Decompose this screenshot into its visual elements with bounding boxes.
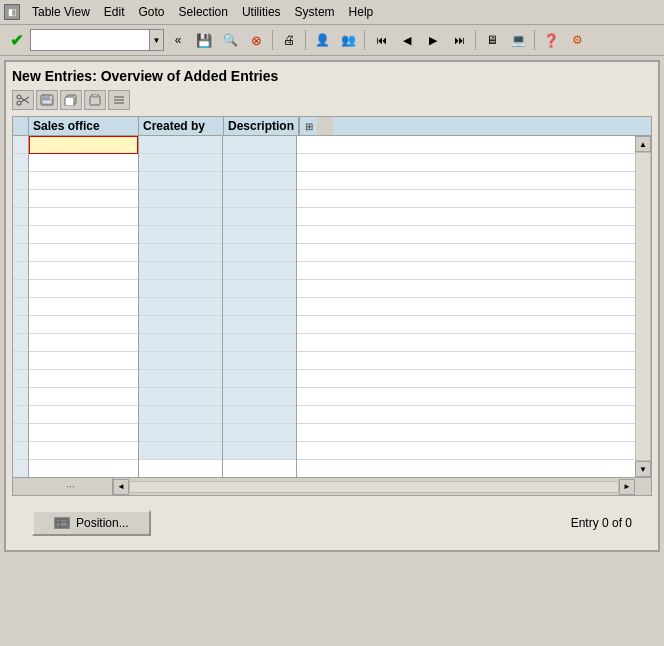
hscroll-left-btn[interactable]: ◄ <box>113 479 129 495</box>
nav-input[interactable] <box>30 29 150 51</box>
cell-desc-14 <box>223 388 296 406</box>
cell-desc-7 <box>223 262 296 280</box>
cell-filler-1 <box>297 154 635 172</box>
menu-utilities[interactable]: Utilities <box>236 3 287 21</box>
data-table: Sales office Created by Description ⊞ <box>12 116 652 496</box>
vscroll-track[interactable] <box>635 152 651 461</box>
hscroll-area[interactable]: ◄ ► <box>113 478 635 496</box>
edit-toolbar <box>12 90 652 110</box>
cell-sales-13 <box>29 370 138 388</box>
row-num-17 <box>13 442 28 460</box>
menu-system[interactable]: System <box>289 3 341 21</box>
save-icon: 💾 <box>196 33 212 48</box>
menu-goto[interactable]: Goto <box>133 3 171 21</box>
cell-created-10 <box>139 316 222 334</box>
sep5 <box>534 30 535 50</box>
cell-sales-12 <box>29 352 138 370</box>
position-label: Position... <box>76 516 129 530</box>
col-settings-icon: ⊞ <box>305 121 313 132</box>
cell-created-14 <box>139 388 222 406</box>
save-small-icon <box>40 94 54 106</box>
edit-btn-1[interactable] <box>12 90 34 110</box>
svg-rect-5 <box>43 95 49 99</box>
toolbar: ✔ ▼ « 💾 🔍 ⊗ 🖨 👤 👥 ⏮ ◀ ▶ ⏭ <box>0 25 664 56</box>
user2-icon: 👥 <box>341 33 356 47</box>
vscroll-down-btn[interactable]: ▼ <box>635 461 651 477</box>
cell-created-8 <box>139 280 222 298</box>
main-content: New Entries: Overview of Added Entries <box>4 60 660 552</box>
row-num-5 <box>13 226 28 244</box>
cell-sales-8 <box>29 280 138 298</box>
monitor2-button[interactable]: 💻 <box>506 28 530 52</box>
cell-sales-6 <box>29 244 138 262</box>
cell-filler-14 <box>297 388 635 406</box>
find-button[interactable]: 🔍 <box>218 28 242 52</box>
user2-button[interactable]: 👥 <box>336 28 360 52</box>
cell-sales-1 <box>29 154 138 172</box>
col-header-desc: Description <box>224 117 299 135</box>
edit-btn-4[interactable] <box>84 90 106 110</box>
menu-selection[interactable]: Selection <box>173 3 234 21</box>
col-description <box>223 136 297 477</box>
dots-icon[interactable]: ··· <box>66 481 74 492</box>
menubar: ◧ Table View Edit Goto Selection Utiliti… <box>0 0 664 25</box>
user1-button[interactable]: 👤 <box>310 28 334 52</box>
check-button[interactable]: ✔ <box>4 28 28 52</box>
hscroll-right-btn[interactable]: ► <box>619 479 635 495</box>
cancel-button[interactable]: ⊗ <box>244 28 268 52</box>
settings-icon: ⚙ <box>572 33 583 47</box>
edit-btn-5[interactable] <box>108 90 130 110</box>
svg-rect-8 <box>65 97 74 106</box>
nav-next-button[interactable]: ▶ <box>421 28 445 52</box>
cell-desc-11 <box>223 334 296 352</box>
row-num-9 <box>13 298 28 316</box>
row-num-16 <box>13 424 28 442</box>
vscrollbar[interactable]: ▲ ▼ <box>635 136 651 477</box>
paste-icon <box>88 94 102 106</box>
print-button[interactable]: 🖨 <box>277 28 301 52</box>
menu-edit[interactable]: Edit <box>98 3 131 21</box>
cell-filler-7 <box>297 262 635 280</box>
hscroll-track[interactable] <box>129 481 619 493</box>
app-icon: ◧ <box>4 4 20 20</box>
row-num-13 <box>13 370 28 388</box>
back-icon: « <box>175 33 182 47</box>
table-footer: ··· ◄ ► <box>13 477 651 495</box>
nav-first-button[interactable]: ⏮ <box>369 28 393 52</box>
svg-point-1 <box>17 101 21 105</box>
monitor1-button[interactable]: 🖥 <box>480 28 504 52</box>
hscroll-dots-area[interactable]: ··· <box>29 478 113 496</box>
cell-created-11 <box>139 334 222 352</box>
edit-btn-3[interactable] <box>60 90 82 110</box>
cell-filler-3 <box>297 190 635 208</box>
nav-dropdown[interactable]: ▼ <box>30 29 164 51</box>
row-num-10 <box>13 316 28 334</box>
menu-table-view[interactable]: Table View <box>26 3 96 21</box>
cell-sales-17 <box>29 442 138 460</box>
position-icon <box>54 517 70 529</box>
nav-prev-button[interactable]: ◀ <box>395 28 419 52</box>
cell-filler-10 <box>297 316 635 334</box>
monitor2-icon: 💻 <box>511 33 526 47</box>
cancel-icon: ⊗ <box>251 33 262 48</box>
cell-created-6 <box>139 244 222 262</box>
cell-created-13 <box>139 370 222 388</box>
col-settings-btn[interactable]: ⊞ <box>299 117 317 135</box>
menu-help[interactable]: Help <box>343 3 380 21</box>
dropdown-arrow[interactable]: ▼ <box>150 29 164 51</box>
cell-sales-0[interactable] <box>29 136 138 154</box>
row-num-2 <box>13 172 28 190</box>
help-button[interactable]: ❓ <box>539 28 563 52</box>
cell-desc-2 <box>223 172 296 190</box>
row-num-14 <box>13 388 28 406</box>
cell-filler-9 <box>297 298 635 316</box>
edit-btn-save[interactable] <box>36 90 58 110</box>
settings-button[interactable]: ⚙ <box>565 28 589 52</box>
nav-last-button[interactable]: ⏭ <box>447 28 471 52</box>
back-button[interactable]: « <box>166 28 190 52</box>
cell-sales-16 <box>29 424 138 442</box>
vscroll-up-btn[interactable]: ▲ <box>635 136 651 152</box>
save-button[interactable]: 💾 <box>192 28 216 52</box>
position-button[interactable]: Position... <box>32 510 151 536</box>
col-created-by <box>139 136 223 477</box>
